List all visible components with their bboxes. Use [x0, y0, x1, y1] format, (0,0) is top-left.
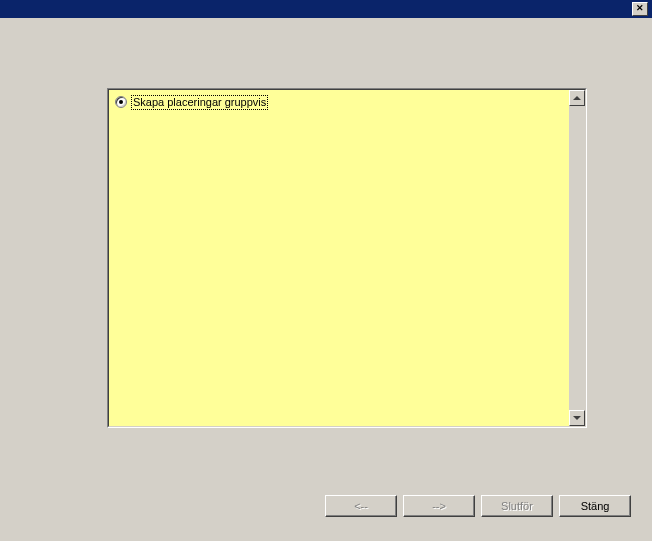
options-panel-inner: Skapa placeringar gruppvis	[108, 89, 586, 427]
next-button[interactable]: -->	[403, 495, 475, 517]
wizard-button-row: <-- --> Slutför Stäng	[325, 495, 631, 517]
options-list: Skapa placeringar gruppvis	[109, 90, 569, 426]
dialog-window: Skapa placeringar gruppvis <-- --> Slutf…	[0, 0, 652, 541]
radio-selected-icon	[115, 96, 127, 108]
option-create-group-placements[interactable]: Skapa placeringar gruppvis	[115, 95, 268, 110]
close-dialog-button[interactable]: Stäng	[559, 495, 631, 517]
arrow-down-icon	[573, 416, 581, 420]
close-button[interactable]	[632, 2, 648, 16]
dialog-body: Skapa placeringar gruppvis <-- --> Slutf…	[1, 20, 651, 537]
finish-button[interactable]: Slutför	[481, 495, 553, 517]
back-button[interactable]: <--	[325, 495, 397, 517]
arrow-up-icon	[573, 96, 581, 100]
vertical-scrollbar[interactable]	[569, 90, 585, 426]
option-label: Skapa placeringar gruppvis	[131, 95, 268, 110]
scroll-down-button[interactable]	[569, 410, 585, 426]
scroll-track[interactable]	[569, 106, 585, 410]
scroll-up-button[interactable]	[569, 90, 585, 106]
titlebar	[0, 0, 652, 18]
options-panel: Skapa placeringar gruppvis	[107, 88, 587, 428]
